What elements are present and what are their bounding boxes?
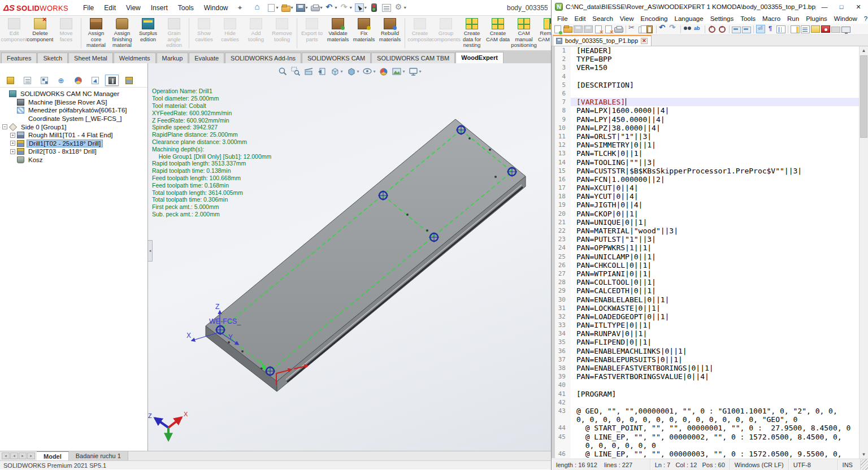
qat-button[interactable]: ▾ <box>295 3 309 12</box>
panel-tab[interactable] <box>105 75 119 86</box>
plugin-button-icon[interactable] <box>821 25 830 33</box>
tree-item[interactable]: SOLIDWORKS CAM NC Manager <box>2 90 147 98</box>
tree-item[interactable]: Menedżer półfabrykatów[6061-T6] <box>2 106 147 115</box>
menu-item[interactable]: Language <box>671 15 706 23</box>
dropdown-caret-icon[interactable]: ▾ <box>373 69 375 74</box>
ribbon-button[interactable]: Add tooling <box>243 18 269 42</box>
ribbon-button[interactable]: Show cavities <box>191 18 217 42</box>
display-style-icon[interactable]: ▾ <box>346 67 359 76</box>
panel-tab[interactable] <box>20 75 34 86</box>
indent-guide-icon[interactable] <box>776 25 785 33</box>
open-file-icon[interactable] <box>563 27 572 33</box>
panel-collapse-handle[interactable]: ◂ <box>148 240 153 262</box>
ribbon-button[interactable]: Surplus edition <box>135 18 161 42</box>
window-control-button[interactable]: ✕ <box>850 1 867 12</box>
commandmanager-tab[interactable]: Sketch <box>37 53 68 63</box>
menu-item[interactable]: Edit <box>99 2 120 14</box>
commandmanager-tab[interactable]: Sheet Metal <box>68 53 113 63</box>
window-control-button[interactable]: □ <box>833 1 850 12</box>
tab-nav-arrow-icon[interactable]: ◂ <box>2 452 10 459</box>
panel-tab[interactable]: ⊕ <box>54 75 68 86</box>
menu-item[interactable]: Window <box>831 15 861 23</box>
document-tab[interactable]: body_003355_top_P1.bpp ✕ <box>553 35 652 46</box>
ribbon-button[interactable]: Delete component <box>27 18 53 42</box>
tab-close-icon[interactable]: ✕ <box>641 38 648 44</box>
ribbon-button[interactable]: Grain angle edition <box>161 18 187 49</box>
model-tab[interactable]: Badanie ruchu 1 <box>69 451 128 460</box>
monitoring-icon[interactable] <box>841 27 850 33</box>
commandmanager-tab[interactable]: SOLIDWORKS CAM TBM <box>371 53 455 63</box>
scrollbar-thumb[interactable] <box>860 55 867 138</box>
ribbon-button[interactable]: Group components <box>433 18 459 42</box>
ribbon-button[interactable]: Assign finishing material <box>109 18 135 49</box>
qat-button[interactable] <box>253 3 265 12</box>
print-icon[interactable] <box>614 27 623 33</box>
commandmanager-tab[interactable]: Evaluate <box>189 53 224 63</box>
commandmanager-tab[interactable]: Markup <box>157 53 189 63</box>
paste-icon[interactable] <box>646 25 653 33</box>
new-file-icon[interactable] <box>554 25 561 33</box>
dropdown-caret-icon[interactable]: ▾ <box>276 5 279 10</box>
resize-grip[interactable] <box>861 459 868 470</box>
menu-item[interactable]: View <box>617 15 637 23</box>
expand-toggle[interactable] <box>10 158 15 163</box>
dropdown-caret-icon[interactable]: ▾ <box>291 5 293 10</box>
scroll-down-icon[interactable]: ▼ <box>860 450 868 459</box>
tree-item[interactable]: + Drill1[T02 - 25x118° Drill] <box>2 140 147 148</box>
pin-menu-icon[interactable]: ✦ <box>235 4 245 12</box>
word-wrap-icon[interactable] <box>756 25 765 33</box>
dropdown-caret-icon[interactable]: ▾ <box>403 69 405 74</box>
section-view-icon[interactable] <box>303 67 313 76</box>
replace-icon[interactable] <box>693 25 702 33</box>
undo-icon[interactable] <box>659 25 668 33</box>
menu-item[interactable]: File <box>554 15 571 23</box>
view-settings-icon[interactable]: ▾ <box>409 67 422 76</box>
tree-item[interactable]: Machine [Biesse Rover AS] <box>2 98 147 107</box>
menu-item[interactable]: Window <box>199 2 233 14</box>
hide-show-items-icon[interactable]: ▾ <box>362 67 375 76</box>
expand-toggle[interactable]: + <box>10 133 15 138</box>
qat-button[interactable]: ▾ <box>324 3 338 12</box>
menu-item[interactable]: Settings <box>707 15 737 23</box>
qat-button[interactable]: ▾ <box>393 3 407 12</box>
zoom-to-area-icon[interactable] <box>290 67 300 76</box>
redo-icon[interactable] <box>669 25 678 33</box>
tree-item[interactable]: + Drill2[T03 - 8x118° Drill] <box>2 147 147 156</box>
menu-item[interactable]: Insert <box>146 2 172 14</box>
ribbon-button[interactable]: Fix materials <box>351 18 377 42</box>
tree-item[interactable]: − Side 0 [Group1] <box>2 123 147 131</box>
ribbon-button[interactable]: Validate materials <box>325 18 351 42</box>
menu-item[interactable]: ? <box>861 15 868 23</box>
menu-item[interactable]: Macro <box>759 15 784 23</box>
commandmanager-tab[interactable]: SOLIDWORKS CAM <box>302 53 371 63</box>
apply-scene-icon[interactable]: ▾ <box>392 67 405 76</box>
find-icon[interactable] <box>683 25 692 33</box>
tab-nav-arrow-icon[interactable]: ◂ <box>10 452 18 459</box>
model-tab[interactable]: Model <box>37 451 69 460</box>
qat-button[interactable]: ▾ <box>310 3 324 12</box>
zoom-out-icon[interactable] <box>718 25 727 33</box>
tree-item[interactable]: Kosz <box>2 156 147 164</box>
notepadpp-titlebar[interactable]: N C:\NC_data\BIESSE\Rover_AS\WOODEXPERT … <box>552 0 868 14</box>
expand-toggle[interactable] <box>2 92 7 97</box>
expand-toggle[interactable] <box>10 108 15 113</box>
close-all-icon[interactable] <box>605 25 612 33</box>
ribbon-button[interactable]: Edit component <box>1 18 27 42</box>
ribbon-button[interactable]: Move faces <box>53 18 79 42</box>
commandmanager-tab[interactable]: WoodExpert <box>455 52 504 63</box>
menu-item[interactable]: File <box>79 2 98 14</box>
view-orientation-icon[interactable]: ▾ <box>329 67 342 76</box>
panel-tab[interactable] <box>3 75 17 86</box>
expand-toggle[interactable] <box>10 99 15 105</box>
ribbon-button[interactable]: CAM manual positioning <box>511 18 537 49</box>
ribbon-button[interactable]: Hide cavities <box>217 18 243 42</box>
ribbon-button[interactable]: Create composite <box>407 18 433 42</box>
folder-as-workspace-icon[interactable] <box>831 27 840 33</box>
save-file-icon[interactable] <box>574 25 583 33</box>
ribbon-button[interactable]: Remove tooling <box>269 18 295 42</box>
commandmanager-tab[interactable]: Weldments <box>114 53 156 63</box>
dropdown-caret-icon[interactable]: ▾ <box>357 69 359 74</box>
menu-item[interactable]: Tools <box>173 2 198 14</box>
tree-item[interactable]: Coordinate System [_WE-FCS_] <box>2 115 147 123</box>
cut-icon[interactable] <box>628 25 637 33</box>
